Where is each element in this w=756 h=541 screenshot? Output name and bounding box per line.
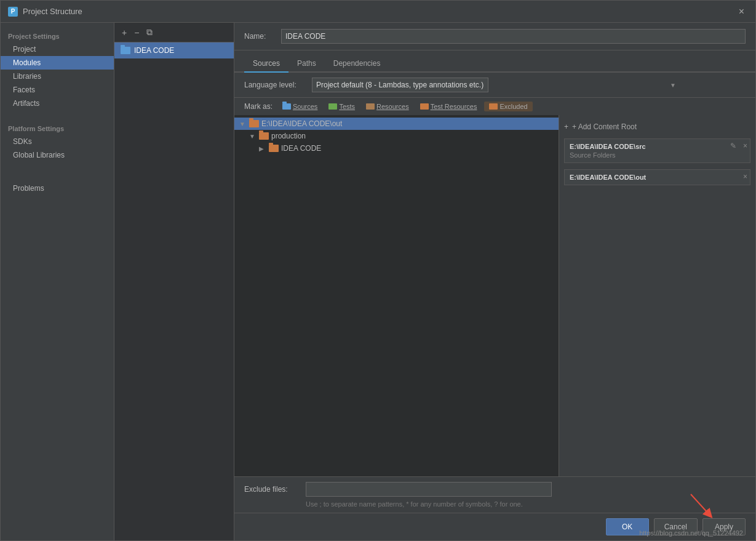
language-level-select[interactable]: Project default (8 - Lambdas, type annot… <box>312 78 488 92</box>
mark-as-label: Mark as: <box>244 102 273 111</box>
name-row: Name: <box>234 23 755 50</box>
sidebar-item-facets[interactable]: Facets <box>1 83 114 97</box>
exclude-row: Exclude files: <box>244 482 746 497</box>
add-module-button[interactable]: + <box>119 26 129 39</box>
mark-sources-button[interactable]: Sources <box>279 102 321 111</box>
platform-settings-label: Platform Settings <box>1 120 114 135</box>
title-bar-left: P Project Structure <box>8 7 82 17</box>
dialog-title: Project Structure <box>23 7 82 16</box>
content-entry-src-edit-button[interactable]: ✎ <box>730 142 736 150</box>
module-toolbar: + − ⧉ <box>114 23 234 42</box>
content-entry-src-label: Source Folders <box>570 151 745 159</box>
tree-folder-out <box>249 120 259 127</box>
tree-folder-production <box>259 132 269 140</box>
plus-icon: + <box>564 122 568 131</box>
content-body: ▼ E:\IDEA\IDEA CODE\out ▼ production ▶ <box>234 115 755 476</box>
tabs-row: Sources Paths Dependencies <box>234 50 755 73</box>
tab-sources[interactable]: Sources <box>244 55 288 73</box>
tree-item-out[interactable]: ▼ E:\IDEA\IDEA CODE\out <box>234 118 559 130</box>
sources-folder-icon <box>282 103 291 110</box>
sidebar-gap <box>1 110 114 120</box>
title-bar: P Project Structure × <box>1 1 755 23</box>
sidebar-item-modules[interactable]: Modules <box>1 56 114 70</box>
module-folder-icon <box>121 47 130 54</box>
sidebar: Project Settings Project Modules Librari… <box>1 23 114 540</box>
mark-excluded-button[interactable]: Excluded <box>484 102 532 111</box>
sidebar-item-global-libraries[interactable]: Global Libraries <box>1 148 114 162</box>
exclude-files-label: Exclude files: <box>244 485 300 494</box>
tab-paths[interactable]: Paths <box>288 55 325 73</box>
language-level-label: Language level: <box>244 81 306 89</box>
tree-arrow-out: ▼ <box>239 121 247 127</box>
language-level-row: Language level: Project default (8 - Lam… <box>234 73 755 98</box>
mark-tests-button[interactable]: Tests <box>325 102 359 111</box>
right-panel: Name: Sources Paths Dependencies Languag… <box>234 23 755 540</box>
content-entry-src: E:\IDEA\IDEA CODE\src Source Folders ✎ × <box>564 138 750 163</box>
resources-folder-icon <box>366 103 375 110</box>
content-entry-src-close-button[interactable]: × <box>743 142 747 150</box>
app-icon: P <box>8 7 18 17</box>
tab-dependencies[interactable]: Dependencies <box>325 55 389 73</box>
main-content: Project Settings Project Modules Librari… <box>1 23 755 540</box>
mark-test-resources-button[interactable]: Test Resources <box>416 102 481 111</box>
sidebar-gap2 <box>1 162 114 172</box>
tree-item-idea-code[interactable]: ▶ IDEA CODE <box>254 142 559 154</box>
content-entry-out-path: E:\IDEA\IDEA CODE\out <box>570 174 745 181</box>
add-content-root-button[interactable]: + + Add Content Root <box>564 120 750 134</box>
bottom-area: Exclude files: Use ; to separate name pa… <box>234 476 755 513</box>
project-settings-label: Project Settings <box>1 28 114 42</box>
sidebar-item-project[interactable]: Project <box>1 42 114 56</box>
module-item-idea-code[interactable]: IDEA CODE <box>114 42 234 58</box>
tree-folder-idea-code <box>269 145 279 152</box>
tests-folder-icon <box>328 103 337 110</box>
close-button[interactable]: × <box>735 5 748 18</box>
test-resources-folder-icon <box>420 103 429 110</box>
content-entry-out: E:\IDEA\IDEA CODE\out × <box>564 169 750 185</box>
copy-module-button[interactable]: ⧉ <box>144 26 155 39</box>
exclude-files-input[interactable] <box>306 482 552 497</box>
sidebar-item-libraries[interactable]: Libraries <box>1 70 114 83</box>
sidebar-gap3 <box>1 172 114 182</box>
content-entry-out-close-button[interactable]: × <box>743 172 747 181</box>
excluded-folder-icon <box>489 103 498 110</box>
mark-as-row: Mark as: Sources Tests Resources Test Re… <box>234 98 755 115</box>
tree-item-production[interactable]: ▼ production <box>244 130 559 142</box>
language-level-wrapper: Project default (8 - Lambdas, type annot… <box>312 78 681 92</box>
dialog-buttons: OK Cancel Apply https://blog.csdn.net/qq… <box>234 513 755 540</box>
file-tree: ▼ E:\IDEA\IDEA CODE\out ▼ production ▶ <box>234 115 559 476</box>
exclude-files-hint: Use ; to separate name patterns, * for a… <box>244 500 746 508</box>
project-structure-dialog: P Project Structure × Project Settings P… <box>0 0 756 541</box>
module-list: + − ⧉ IDEA CODE <box>114 23 234 540</box>
sidebar-item-artifacts[interactable]: Artifacts <box>1 97 114 110</box>
tree-arrow-production: ▼ <box>249 133 257 140</box>
name-label: Name: <box>244 32 275 41</box>
content-panel: + + Add Content Root E:\IDEA\IDEA CODE\s… <box>559 115 755 476</box>
watermark: https://blog.csdn.net/qq_51224492 <box>639 529 743 537</box>
content-entry-src-path: E:\IDEA\IDEA CODE\src <box>570 143 745 150</box>
tree-arrow-idea-code: ▶ <box>259 145 266 152</box>
mark-resources-button[interactable]: Resources <box>362 102 413 111</box>
sidebar-item-sdks[interactable]: SDKs <box>1 135 114 148</box>
remove-module-button[interactable]: − <box>132 26 141 39</box>
sidebar-item-problems[interactable]: Problems <box>1 182 114 195</box>
name-input[interactable] <box>281 29 746 44</box>
